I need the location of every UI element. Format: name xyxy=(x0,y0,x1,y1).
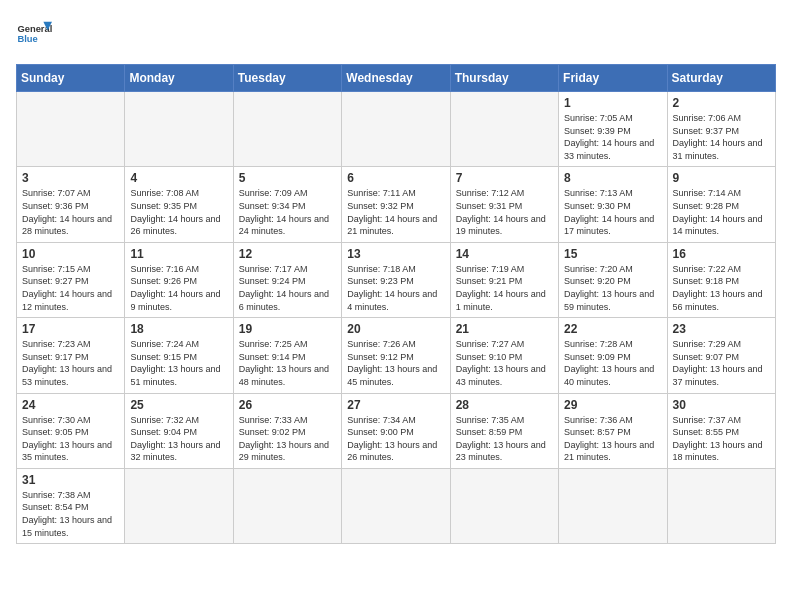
calendar-cell: 30Sunrise: 7:37 AM Sunset: 8:55 PM Dayli… xyxy=(667,393,775,468)
calendar-cell: 3Sunrise: 7:07 AM Sunset: 9:36 PM Daylig… xyxy=(17,167,125,242)
day-number: 11 xyxy=(130,247,227,261)
day-number: 22 xyxy=(564,322,661,336)
day-number: 29 xyxy=(564,398,661,412)
calendar-cell: 26Sunrise: 7:33 AM Sunset: 9:02 PM Dayli… xyxy=(233,393,341,468)
day-info: Sunrise: 7:30 AM Sunset: 9:05 PM Dayligh… xyxy=(22,414,119,464)
calendar-cell: 12Sunrise: 7:17 AM Sunset: 9:24 PM Dayli… xyxy=(233,242,341,317)
day-info: Sunrise: 7:20 AM Sunset: 9:20 PM Dayligh… xyxy=(564,263,661,313)
calendar-cell: 20Sunrise: 7:26 AM Sunset: 9:12 PM Dayli… xyxy=(342,318,450,393)
day-info: Sunrise: 7:17 AM Sunset: 9:24 PM Dayligh… xyxy=(239,263,336,313)
calendar-cell xyxy=(450,468,558,543)
calendar-cell xyxy=(125,468,233,543)
day-info: Sunrise: 7:11 AM Sunset: 9:32 PM Dayligh… xyxy=(347,187,444,237)
calendar-header-tuesday: Tuesday xyxy=(233,65,341,92)
day-number: 18 xyxy=(130,322,227,336)
day-info: Sunrise: 7:13 AM Sunset: 9:30 PM Dayligh… xyxy=(564,187,661,237)
day-info: Sunrise: 7:24 AM Sunset: 9:15 PM Dayligh… xyxy=(130,338,227,388)
calendar-cell xyxy=(342,468,450,543)
day-info: Sunrise: 7:38 AM Sunset: 8:54 PM Dayligh… xyxy=(22,489,119,539)
calendar-cell: 16Sunrise: 7:22 AM Sunset: 9:18 PM Dayli… xyxy=(667,242,775,317)
day-info: Sunrise: 7:14 AM Sunset: 9:28 PM Dayligh… xyxy=(673,187,770,237)
day-number: 4 xyxy=(130,171,227,185)
day-number: 27 xyxy=(347,398,444,412)
calendar-cell: 15Sunrise: 7:20 AM Sunset: 9:20 PM Dayli… xyxy=(559,242,667,317)
day-number: 16 xyxy=(673,247,770,261)
generalblue-logo-icon: General Blue xyxy=(16,16,52,52)
day-info: Sunrise: 7:08 AM Sunset: 9:35 PM Dayligh… xyxy=(130,187,227,237)
day-number: 3 xyxy=(22,171,119,185)
calendar-cell: 27Sunrise: 7:34 AM Sunset: 9:00 PM Dayli… xyxy=(342,393,450,468)
day-number: 21 xyxy=(456,322,553,336)
calendar-cell: 9Sunrise: 7:14 AM Sunset: 9:28 PM Daylig… xyxy=(667,167,775,242)
day-info: Sunrise: 7:27 AM Sunset: 9:10 PM Dayligh… xyxy=(456,338,553,388)
day-number: 12 xyxy=(239,247,336,261)
calendar-cell: 28Sunrise: 7:35 AM Sunset: 8:59 PM Dayli… xyxy=(450,393,558,468)
calendar-cell xyxy=(667,468,775,543)
calendar-cell xyxy=(559,468,667,543)
day-number: 17 xyxy=(22,322,119,336)
calendar-cell: 25Sunrise: 7:32 AM Sunset: 9:04 PM Dayli… xyxy=(125,393,233,468)
day-number: 6 xyxy=(347,171,444,185)
calendar-cell: 13Sunrise: 7:18 AM Sunset: 9:23 PM Dayli… xyxy=(342,242,450,317)
day-info: Sunrise: 7:25 AM Sunset: 9:14 PM Dayligh… xyxy=(239,338,336,388)
day-number: 26 xyxy=(239,398,336,412)
calendar-cell: 21Sunrise: 7:27 AM Sunset: 9:10 PM Dayli… xyxy=(450,318,558,393)
calendar-cell: 6Sunrise: 7:11 AM Sunset: 9:32 PM Daylig… xyxy=(342,167,450,242)
day-info: Sunrise: 7:07 AM Sunset: 9:36 PM Dayligh… xyxy=(22,187,119,237)
calendar-week-4: 17Sunrise: 7:23 AM Sunset: 9:17 PM Dayli… xyxy=(17,318,776,393)
calendar-cell xyxy=(450,92,558,167)
calendar-cell: 8Sunrise: 7:13 AM Sunset: 9:30 PM Daylig… xyxy=(559,167,667,242)
calendar-week-2: 3Sunrise: 7:07 AM Sunset: 9:36 PM Daylig… xyxy=(17,167,776,242)
day-number: 13 xyxy=(347,247,444,261)
calendar-cell xyxy=(17,92,125,167)
calendar-cell xyxy=(342,92,450,167)
calendar-header-row: SundayMondayTuesdayWednesdayThursdayFrid… xyxy=(17,65,776,92)
day-info: Sunrise: 7:19 AM Sunset: 9:21 PM Dayligh… xyxy=(456,263,553,313)
calendar-cell: 17Sunrise: 7:23 AM Sunset: 9:17 PM Dayli… xyxy=(17,318,125,393)
calendar-cell: 1Sunrise: 7:05 AM Sunset: 9:39 PM Daylig… xyxy=(559,92,667,167)
calendar-cell xyxy=(233,468,341,543)
day-info: Sunrise: 7:23 AM Sunset: 9:17 PM Dayligh… xyxy=(22,338,119,388)
calendar-cell: 22Sunrise: 7:28 AM Sunset: 9:09 PM Dayli… xyxy=(559,318,667,393)
day-info: Sunrise: 7:35 AM Sunset: 8:59 PM Dayligh… xyxy=(456,414,553,464)
day-info: Sunrise: 7:37 AM Sunset: 8:55 PM Dayligh… xyxy=(673,414,770,464)
day-number: 25 xyxy=(130,398,227,412)
day-number: 24 xyxy=(22,398,119,412)
calendar-cell: 4Sunrise: 7:08 AM Sunset: 9:35 PM Daylig… xyxy=(125,167,233,242)
day-info: Sunrise: 7:12 AM Sunset: 9:31 PM Dayligh… xyxy=(456,187,553,237)
day-number: 14 xyxy=(456,247,553,261)
day-number: 10 xyxy=(22,247,119,261)
day-number: 23 xyxy=(673,322,770,336)
day-info: Sunrise: 7:09 AM Sunset: 9:34 PM Dayligh… xyxy=(239,187,336,237)
calendar-week-1: 1Sunrise: 7:05 AM Sunset: 9:39 PM Daylig… xyxy=(17,92,776,167)
day-number: 1 xyxy=(564,96,661,110)
day-number: 19 xyxy=(239,322,336,336)
day-number: 9 xyxy=(673,171,770,185)
day-info: Sunrise: 7:15 AM Sunset: 9:27 PM Dayligh… xyxy=(22,263,119,313)
calendar-week-6: 31Sunrise: 7:38 AM Sunset: 8:54 PM Dayli… xyxy=(17,468,776,543)
calendar-cell: 5Sunrise: 7:09 AM Sunset: 9:34 PM Daylig… xyxy=(233,167,341,242)
day-info: Sunrise: 7:29 AM Sunset: 9:07 PM Dayligh… xyxy=(673,338,770,388)
calendar-cell xyxy=(125,92,233,167)
calendar-header-thursday: Thursday xyxy=(450,65,558,92)
day-info: Sunrise: 7:18 AM Sunset: 9:23 PM Dayligh… xyxy=(347,263,444,313)
calendar-week-3: 10Sunrise: 7:15 AM Sunset: 9:27 PM Dayli… xyxy=(17,242,776,317)
calendar-cell: 2Sunrise: 7:06 AM Sunset: 9:37 PM Daylig… xyxy=(667,92,775,167)
calendar-cell: 14Sunrise: 7:19 AM Sunset: 9:21 PM Dayli… xyxy=(450,242,558,317)
calendar-table: SundayMondayTuesdayWednesdayThursdayFrid… xyxy=(16,64,776,544)
day-info: Sunrise: 7:05 AM Sunset: 9:39 PM Dayligh… xyxy=(564,112,661,162)
calendar-header-wednesday: Wednesday xyxy=(342,65,450,92)
day-info: Sunrise: 7:06 AM Sunset: 9:37 PM Dayligh… xyxy=(673,112,770,162)
calendar-cell: 24Sunrise: 7:30 AM Sunset: 9:05 PM Dayli… xyxy=(17,393,125,468)
svg-text:Blue: Blue xyxy=(17,34,37,44)
day-info: Sunrise: 7:28 AM Sunset: 9:09 PM Dayligh… xyxy=(564,338,661,388)
day-number: 7 xyxy=(456,171,553,185)
day-number: 5 xyxy=(239,171,336,185)
calendar-cell: 18Sunrise: 7:24 AM Sunset: 9:15 PM Dayli… xyxy=(125,318,233,393)
day-number: 31 xyxy=(22,473,119,487)
calendar-header-friday: Friday xyxy=(559,65,667,92)
calendar-cell: 23Sunrise: 7:29 AM Sunset: 9:07 PM Dayli… xyxy=(667,318,775,393)
calendar-cell: 11Sunrise: 7:16 AM Sunset: 9:26 PM Dayli… xyxy=(125,242,233,317)
day-info: Sunrise: 7:36 AM Sunset: 8:57 PM Dayligh… xyxy=(564,414,661,464)
day-number: 20 xyxy=(347,322,444,336)
